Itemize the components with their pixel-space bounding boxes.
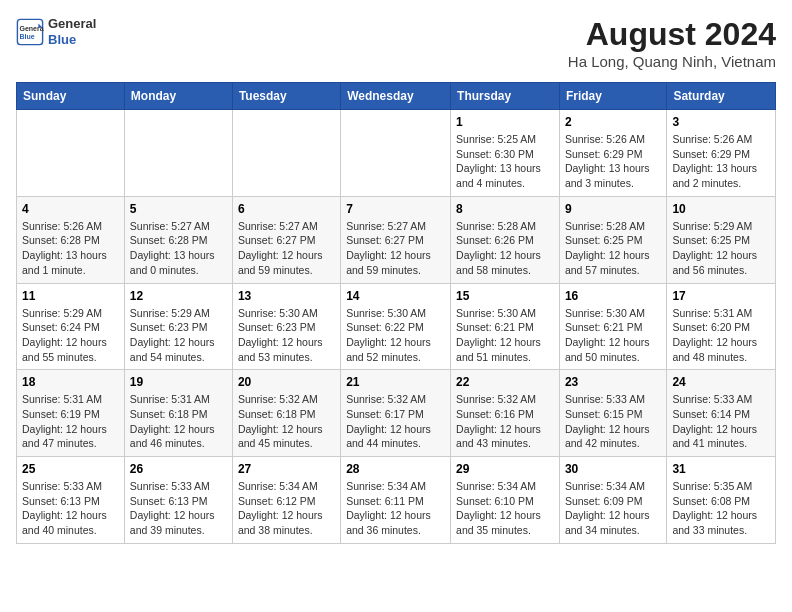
logo-blue: Blue — [48, 32, 96, 48]
day-detail: Sunrise: 5:34 AM Sunset: 6:12 PM Dayligh… — [238, 479, 335, 538]
day-detail: Sunrise: 5:34 AM Sunset: 6:09 PM Dayligh… — [565, 479, 661, 538]
day-detail: Sunrise: 5:28 AM Sunset: 6:26 PM Dayligh… — [456, 219, 554, 278]
day-detail: Sunrise: 5:30 AM Sunset: 6:23 PM Dayligh… — [238, 306, 335, 365]
header-saturday: Saturday — [667, 83, 776, 110]
day-number: 15 — [456, 289, 554, 303]
day-detail: Sunrise: 5:30 AM Sunset: 6:21 PM Dayligh… — [565, 306, 661, 365]
calendar-cell: 28Sunrise: 5:34 AM Sunset: 6:11 PM Dayli… — [341, 457, 451, 544]
day-detail: Sunrise: 5:35 AM Sunset: 6:08 PM Dayligh… — [672, 479, 770, 538]
calendar: SundayMondayTuesdayWednesdayThursdayFrid… — [16, 82, 776, 544]
day-number: 18 — [22, 375, 119, 389]
day-number: 4 — [22, 202, 119, 216]
day-detail: Sunrise: 5:34 AM Sunset: 6:11 PM Dayligh… — [346, 479, 445, 538]
calendar-cell: 13Sunrise: 5:30 AM Sunset: 6:23 PM Dayli… — [232, 283, 340, 370]
day-number: 31 — [672, 462, 770, 476]
day-detail: Sunrise: 5:27 AM Sunset: 6:27 PM Dayligh… — [346, 219, 445, 278]
calendar-cell: 30Sunrise: 5:34 AM Sunset: 6:09 PM Dayli… — [559, 457, 666, 544]
week-row-5: 25Sunrise: 5:33 AM Sunset: 6:13 PM Dayli… — [17, 457, 776, 544]
day-number: 7 — [346, 202, 445, 216]
calendar-cell: 17Sunrise: 5:31 AM Sunset: 6:20 PM Dayli… — [667, 283, 776, 370]
day-number: 14 — [346, 289, 445, 303]
day-number: 27 — [238, 462, 335, 476]
day-number: 2 — [565, 115, 661, 129]
calendar-cell: 5Sunrise: 5:27 AM Sunset: 6:28 PM Daylig… — [124, 196, 232, 283]
header-wednesday: Wednesday — [341, 83, 451, 110]
calendar-cell: 26Sunrise: 5:33 AM Sunset: 6:13 PM Dayli… — [124, 457, 232, 544]
week-row-3: 11Sunrise: 5:29 AM Sunset: 6:24 PM Dayli… — [17, 283, 776, 370]
day-number: 20 — [238, 375, 335, 389]
day-detail: Sunrise: 5:27 AM Sunset: 6:28 PM Dayligh… — [130, 219, 227, 278]
calendar-cell: 15Sunrise: 5:30 AM Sunset: 6:21 PM Dayli… — [451, 283, 560, 370]
day-number: 24 — [672, 375, 770, 389]
calendar-cell: 12Sunrise: 5:29 AM Sunset: 6:23 PM Dayli… — [124, 283, 232, 370]
calendar-cell: 11Sunrise: 5:29 AM Sunset: 6:24 PM Dayli… — [17, 283, 125, 370]
day-number: 30 — [565, 462, 661, 476]
day-number: 22 — [456, 375, 554, 389]
day-detail: Sunrise: 5:32 AM Sunset: 6:16 PM Dayligh… — [456, 392, 554, 451]
day-number: 9 — [565, 202, 661, 216]
calendar-cell: 27Sunrise: 5:34 AM Sunset: 6:12 PM Dayli… — [232, 457, 340, 544]
day-detail: Sunrise: 5:29 AM Sunset: 6:23 PM Dayligh… — [130, 306, 227, 365]
day-detail: Sunrise: 5:31 AM Sunset: 6:18 PM Dayligh… — [130, 392, 227, 451]
calendar-cell: 6Sunrise: 5:27 AM Sunset: 6:27 PM Daylig… — [232, 196, 340, 283]
calendar-cell: 19Sunrise: 5:31 AM Sunset: 6:18 PM Dayli… — [124, 370, 232, 457]
day-detail: Sunrise: 5:31 AM Sunset: 6:20 PM Dayligh… — [672, 306, 770, 365]
calendar-cell: 29Sunrise: 5:34 AM Sunset: 6:10 PM Dayli… — [451, 457, 560, 544]
week-row-2: 4Sunrise: 5:26 AM Sunset: 6:28 PM Daylig… — [17, 196, 776, 283]
week-row-4: 18Sunrise: 5:31 AM Sunset: 6:19 PM Dayli… — [17, 370, 776, 457]
day-number: 13 — [238, 289, 335, 303]
day-number: 21 — [346, 375, 445, 389]
day-detail: Sunrise: 5:33 AM Sunset: 6:13 PM Dayligh… — [130, 479, 227, 538]
day-number: 16 — [565, 289, 661, 303]
day-number: 28 — [346, 462, 445, 476]
day-detail: Sunrise: 5:28 AM Sunset: 6:25 PM Dayligh… — [565, 219, 661, 278]
day-detail: Sunrise: 5:26 AM Sunset: 6:28 PM Dayligh… — [22, 219, 119, 278]
calendar-cell — [124, 110, 232, 197]
header-sunday: Sunday — [17, 83, 125, 110]
calendar-cell: 10Sunrise: 5:29 AM Sunset: 6:25 PM Dayli… — [667, 196, 776, 283]
day-detail: Sunrise: 5:27 AM Sunset: 6:27 PM Dayligh… — [238, 219, 335, 278]
day-detail: Sunrise: 5:29 AM Sunset: 6:24 PM Dayligh… — [22, 306, 119, 365]
day-detail: Sunrise: 5:26 AM Sunset: 6:29 PM Dayligh… — [672, 132, 770, 191]
calendar-cell: 18Sunrise: 5:31 AM Sunset: 6:19 PM Dayli… — [17, 370, 125, 457]
day-detail: Sunrise: 5:30 AM Sunset: 6:22 PM Dayligh… — [346, 306, 445, 365]
day-number: 19 — [130, 375, 227, 389]
calendar-header-row: SundayMondayTuesdayWednesdayThursdayFrid… — [17, 83, 776, 110]
header-thursday: Thursday — [451, 83, 560, 110]
calendar-cell: 1Sunrise: 5:25 AM Sunset: 6:30 PM Daylig… — [451, 110, 560, 197]
day-detail: Sunrise: 5:25 AM Sunset: 6:30 PM Dayligh… — [456, 132, 554, 191]
svg-text:Blue: Blue — [20, 33, 35, 40]
calendar-cell: 31Sunrise: 5:35 AM Sunset: 6:08 PM Dayli… — [667, 457, 776, 544]
calendar-cell: 9Sunrise: 5:28 AM Sunset: 6:25 PM Daylig… — [559, 196, 666, 283]
calendar-cell: 2Sunrise: 5:26 AM Sunset: 6:29 PM Daylig… — [559, 110, 666, 197]
day-number: 10 — [672, 202, 770, 216]
location: Ha Long, Quang Ninh, Vietnam — [568, 53, 776, 70]
calendar-cell: 25Sunrise: 5:33 AM Sunset: 6:13 PM Dayli… — [17, 457, 125, 544]
page-header: General Blue General Blue August 2024 Ha… — [16, 16, 776, 70]
calendar-cell: 3Sunrise: 5:26 AM Sunset: 6:29 PM Daylig… — [667, 110, 776, 197]
day-detail: Sunrise: 5:33 AM Sunset: 6:14 PM Dayligh… — [672, 392, 770, 451]
calendar-cell — [17, 110, 125, 197]
day-number: 23 — [565, 375, 661, 389]
day-number: 11 — [22, 289, 119, 303]
day-detail: Sunrise: 5:32 AM Sunset: 6:17 PM Dayligh… — [346, 392, 445, 451]
day-number: 3 — [672, 115, 770, 129]
day-number: 29 — [456, 462, 554, 476]
calendar-cell: 20Sunrise: 5:32 AM Sunset: 6:18 PM Dayli… — [232, 370, 340, 457]
logo: General Blue General Blue — [16, 16, 96, 47]
calendar-cell — [341, 110, 451, 197]
header-monday: Monday — [124, 83, 232, 110]
logo-general: General — [48, 16, 96, 32]
day-number: 1 — [456, 115, 554, 129]
day-detail: Sunrise: 5:29 AM Sunset: 6:25 PM Dayligh… — [672, 219, 770, 278]
calendar-cell: 7Sunrise: 5:27 AM Sunset: 6:27 PM Daylig… — [341, 196, 451, 283]
day-number: 12 — [130, 289, 227, 303]
calendar-cell: 22Sunrise: 5:32 AM Sunset: 6:16 PM Dayli… — [451, 370, 560, 457]
month-title: August 2024 — [568, 16, 776, 53]
day-detail: Sunrise: 5:32 AM Sunset: 6:18 PM Dayligh… — [238, 392, 335, 451]
day-detail: Sunrise: 5:30 AM Sunset: 6:21 PM Dayligh… — [456, 306, 554, 365]
title-area: August 2024 Ha Long, Quang Ninh, Vietnam — [568, 16, 776, 70]
logo-text: General Blue — [48, 16, 96, 47]
day-number: 5 — [130, 202, 227, 216]
calendar-cell: 24Sunrise: 5:33 AM Sunset: 6:14 PM Dayli… — [667, 370, 776, 457]
